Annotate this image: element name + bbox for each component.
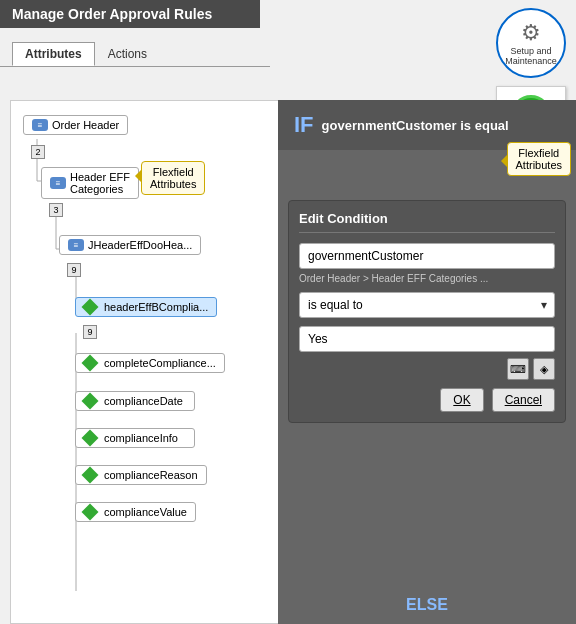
node-label: JHeaderEffDooHea...: [88, 239, 192, 251]
right-panel: IF governmentCustomer is equal Flexfield…: [278, 100, 576, 624]
setup-label: Setup andMaintenance: [505, 46, 557, 66]
tab-attributes[interactable]: Attributes: [12, 42, 95, 66]
operator-select[interactable]: is equal to is not equal to is greater t…: [299, 292, 555, 318]
else-label: ELSE: [406, 596, 448, 614]
diamond-icon: [82, 430, 99, 447]
node-complete-compliance[interactable]: completeCompliance...: [75, 353, 225, 373]
flexfield-callout-left: Flexfield Attributes: [141, 161, 205, 195]
diamond-icon: [82, 299, 99, 316]
node-label: headerEffBComplia...: [104, 301, 208, 313]
node-compliance-reason[interactable]: complianceReason: [75, 465, 207, 485]
input-icons-row: ⌨ ◈: [299, 358, 555, 380]
keyboard-icon[interactable]: ⌨: [507, 358, 529, 380]
expand-btn-1[interactable]: 3: [49, 203, 63, 217]
node-label: complianceInfo: [104, 432, 178, 444]
if-keyword: IF: [294, 112, 314, 138]
node-label: Header EFFCategories: [70, 171, 130, 195]
value-input[interactable]: [299, 326, 555, 352]
diamond-icon: [82, 504, 99, 521]
dialog-actions: OK Cancel: [299, 388, 555, 412]
tab-actions[interactable]: Actions: [95, 42, 160, 66]
edit-condition-dialog: Edit Condition Order Header > Header EFF…: [288, 200, 566, 423]
node-jheader[interactable]: ≡ JHeaderEffDooHea...: [59, 235, 201, 255]
condition-field-input[interactable]: [299, 243, 555, 269]
db-icon: ≡: [32, 119, 48, 131]
node-label: complianceReason: [104, 469, 198, 481]
cancel-button[interactable]: Cancel: [492, 388, 555, 412]
setup-maintenance-button[interactable]: ⚙ Setup andMaintenance: [496, 8, 566, 78]
tree-panel: Flexfield Attributes: [10, 100, 280, 624]
diamond-icon: [82, 393, 99, 410]
node-header-eff-b[interactable]: headerEffBComplia...: [75, 297, 217, 317]
node-header-eff[interactable]: ≡ Header EFFCategories: [41, 167, 139, 199]
expand-btn-2[interactable]: 9: [67, 263, 81, 277]
db-icon: ≡: [68, 239, 84, 251]
node-order-header[interactable]: ≡ Order Header: [23, 115, 128, 135]
node-compliance-date[interactable]: complianceDate: [75, 391, 195, 411]
db-icon: ≡: [50, 177, 66, 189]
flexfield-callout-right: Flexfield Attributes: [507, 142, 571, 176]
if-condition-text: governmentCustomer is equal: [322, 118, 509, 133]
main-content: Flexfield Attributes: [0, 100, 576, 624]
node-label: complianceValue: [104, 506, 187, 518]
node-label: complianceDate: [104, 395, 183, 407]
expand-btn-0[interactable]: 2: [31, 145, 45, 159]
expression-icon[interactable]: ◈: [533, 358, 555, 380]
page-title: Manage Order Approval Rules: [0, 0, 260, 28]
dialog-title: Edit Condition: [299, 211, 555, 233]
node-label: Order Header: [52, 119, 119, 131]
operator-select-wrapper: is equal to is not equal to is greater t…: [299, 292, 555, 318]
ok-button[interactable]: OK: [440, 388, 483, 412]
gear-icon: ⚙: [521, 20, 541, 46]
diamond-icon: [82, 467, 99, 484]
tabs-area: Attributes Actions: [0, 34, 270, 67]
node-label: completeCompliance...: [104, 357, 216, 369]
diamond-icon: [82, 355, 99, 372]
node-compliance-value[interactable]: complianceValue: [75, 502, 196, 522]
expand-btn-3[interactable]: 9: [83, 325, 97, 339]
condition-hint: Order Header > Header EFF Categories ...: [299, 273, 555, 284]
node-compliance-info[interactable]: complianceInfo: [75, 428, 195, 448]
